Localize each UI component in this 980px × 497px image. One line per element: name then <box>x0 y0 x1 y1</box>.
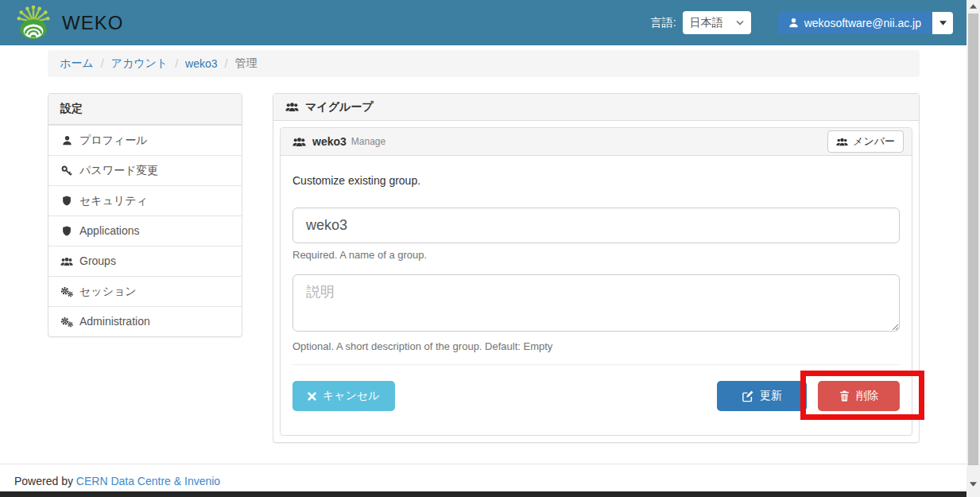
chevron-down-icon <box>736 20 744 25</box>
trash-icon <box>839 390 850 402</box>
user-menu-caret-button[interactable] <box>932 12 953 34</box>
cogs-icon <box>60 316 73 328</box>
powered-by-text: Powered by <box>14 475 73 487</box>
language-selected-value: 日本語 <box>690 16 723 30</box>
sidebar-item-sessions[interactable]: セッション <box>48 276 242 306</box>
form-intro-text: Customize existing group. <box>292 174 900 187</box>
sidebar-item-label: セキュリティ <box>79 193 148 208</box>
page-footer: Powered by CERN Data Centre & Invenio <box>0 464 966 487</box>
user-email: wekosoftware@nii.ac.jp <box>804 17 921 29</box>
credit-link[interactable]: CERN Data Centre & Invenio <box>76 475 220 487</box>
delete-button-label: 削除 <box>856 389 878 403</box>
scrollbar-up-arrow[interactable] <box>966 0 980 13</box>
cancel-button[interactable]: キャンセル <box>292 381 395 411</box>
description-help-text: Optional. A short description of the gro… <box>292 340 900 353</box>
delete-button[interactable]: 削除 <box>818 381 900 411</box>
sidebar-item-label: Administration <box>79 314 150 329</box>
breadcrumb-current: 管理 <box>234 56 257 71</box>
breadcrumb: ホーム / アカウント / weko3 / 管理 <box>48 50 920 77</box>
sidebar-item-label: プロフィール <box>79 133 148 148</box>
shield-icon <box>60 226 73 236</box>
edit-icon <box>742 390 753 402</box>
bottom-dark-bar <box>0 491 966 497</box>
name-help-text: Required. A name of a group. <box>292 249 900 262</box>
sidebar-item-administration[interactable]: Administration <box>48 306 242 336</box>
group-edit-header: weko3 Manage メンバー <box>281 128 912 156</box>
brand-title: WEKO <box>62 12 123 34</box>
group-name-heading: weko3 <box>312 135 347 148</box>
sidebar-item-label: Applications <box>79 223 140 239</box>
group-description-textarea[interactable] <box>292 274 900 332</box>
weko-brand-link[interactable]: WEKO <box>13 6 123 41</box>
shield-icon <box>60 196 73 206</box>
breadcrumb-account-link[interactable]: アカウント <box>111 56 168 71</box>
my-groups-panel-header: マイグループ <box>273 94 919 121</box>
form-divider <box>292 364 900 365</box>
user-icon <box>60 135 73 146</box>
breadcrumb-home-link[interactable]: ホーム <box>60 56 94 71</box>
group-edit-panel: weko3 Manage メンバー Customize existing gro… <box>280 127 912 436</box>
cancel-button-label: キャンセル <box>323 389 380 403</box>
form-actions: キャンセル 更新 削除 <box>292 381 900 411</box>
members-button[interactable]: メンバー <box>827 130 904 153</box>
top-navbar: WEKO 言語: 日本語 wekosoftware@nii.ac.jp <box>0 0 966 45</box>
user-account-button[interactable]: wekosoftware@nii.ac.jp <box>778 12 932 34</box>
vertical-scrollbar[interactable] <box>966 0 980 497</box>
user-menu-group: wekosoftware@nii.ac.jp <box>778 12 953 34</box>
sidebar-item-label: パスワード変更 <box>79 163 158 178</box>
sidebar-item-groups[interactable]: Groups <box>48 246 242 276</box>
update-button-label: 更新 <box>760 389 782 403</box>
language-select[interactable]: 日本語 <box>683 11 751 34</box>
sidebar-item-label: セッション <box>79 284 137 299</box>
settings-sidebar: 設定 プロフィール パスワード変更 セキュリティ Applications Gr… <box>48 93 242 337</box>
scrollbar-thumb[interactable] <box>968 14 978 465</box>
users-icon <box>836 138 848 146</box>
group-name-input[interactable] <box>292 208 900 243</box>
sidebar-item-password[interactable]: パスワード変更 <box>48 155 242 185</box>
breadcrumb-group-link[interactable]: weko3 <box>185 57 217 70</box>
sidebar-item-security[interactable]: セキュリティ <box>48 185 242 215</box>
users-icon <box>292 137 306 147</box>
language-label: 言語: <box>651 16 676 30</box>
x-icon <box>308 392 316 401</box>
users-icon <box>60 257 73 266</box>
my-groups-panel: マイグループ weko3 Manage メンバー Customize exist… <box>273 93 920 443</box>
caret-down-icon <box>939 21 947 25</box>
key-icon <box>60 165 73 177</box>
breadcrumb-separator: / <box>175 57 178 70</box>
sidebar-item-label: Groups <box>79 254 116 269</box>
scrollbar-down-arrow[interactable] <box>966 478 980 491</box>
update-button[interactable]: 更新 <box>717 381 807 411</box>
weko-logo-icon <box>13 6 54 41</box>
group-mode-label: Manage <box>351 136 385 147</box>
user-icon <box>788 17 799 28</box>
panel-title: マイグループ <box>305 100 374 115</box>
cogs-icon <box>60 286 73 297</box>
sidebar-item-applications[interactable]: Applications <box>48 215 242 246</box>
users-icon <box>285 102 299 112</box>
breadcrumb-separator: / <box>225 57 228 70</box>
members-button-label: メンバー <box>853 134 895 149</box>
sidebar-header: 設定 <box>48 94 242 125</box>
breadcrumb-separator: / <box>101 57 104 70</box>
sidebar-item-profile[interactable]: プロフィール <box>48 125 242 155</box>
